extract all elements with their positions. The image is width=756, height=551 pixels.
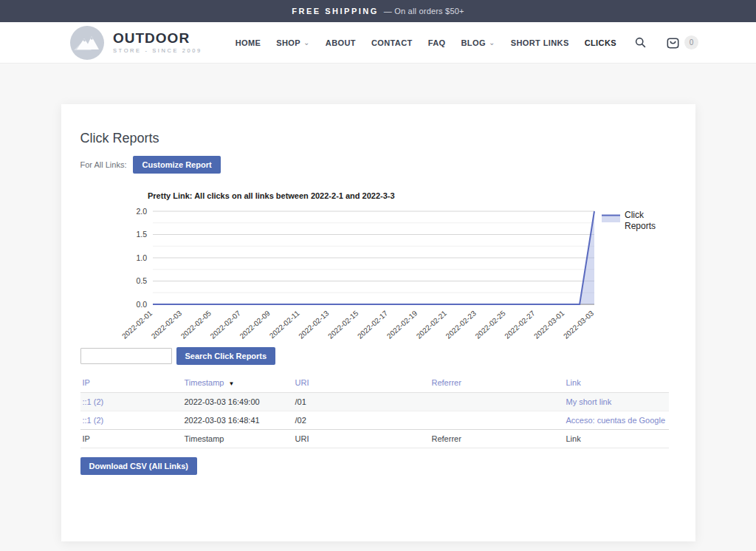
cell-timestamp: 2022-03-03 16:48:41: [182, 411, 293, 429]
sort-header-referrer[interactable]: Referrer: [432, 378, 461, 387]
cell-referrer: [430, 411, 564, 429]
footer-col-timestamp: Timestamp: [182, 429, 293, 448]
brand-name: OUTDOOR: [113, 31, 202, 46]
svg-text:2022-02-01: 2022-02-01: [120, 309, 154, 340]
svg-text:1.0: 1.0: [136, 253, 147, 262]
svg-text:2022-02-23: 2022-02-23: [444, 309, 478, 340]
svg-text:2022-02-07: 2022-02-07: [208, 309, 242, 340]
cell-timestamp: 2022-03-03 16:49:00: [182, 392, 293, 411]
clicks-chart-svg: Pretty Link: All clicks on all links bet…: [80, 188, 664, 347]
chart-title: Pretty Link: All clicks on all links bet…: [148, 191, 395, 200]
svg-text:2.0: 2.0: [136, 207, 147, 216]
chevron-down-icon: ⌄: [303, 41, 310, 45]
nav-item-home[interactable]: HOME: [236, 38, 261, 47]
svg-text:2022-03-01: 2022-03-01: [532, 309, 566, 340]
search-click-reports-button[interactable]: Search Click Reports: [176, 347, 276, 365]
nav-item-shop[interactable]: SHOP⌄: [276, 38, 310, 47]
search-button[interactable]: [634, 36, 647, 49]
page-title: Click Reports: [80, 131, 676, 146]
svg-text:2022-03-03: 2022-03-03: [561, 309, 595, 340]
site-logo[interactable]: OUTDOOR STORE - SINCE 2009: [70, 26, 202, 60]
cell-uri: /02: [293, 411, 430, 429]
cell-ip[interactable]: ::1 (2): [83, 397, 104, 406]
sort-header-link[interactable]: Link: [566, 378, 581, 387]
brand-tagline: STORE - SINCE 2009: [113, 47, 202, 54]
table-footer-row: IPTimestampURIReferrerLink: [80, 429, 669, 448]
sort-header-ip[interactable]: IP: [83, 378, 90, 387]
announcement-highlight: FREE SHIPPING: [292, 7, 378, 16]
svg-text:2022-02-25: 2022-02-25: [473, 309, 507, 340]
svg-text:2022-02-15: 2022-02-15: [326, 309, 360, 340]
chart-legend-label: Click: [625, 210, 645, 220]
cell-link[interactable]: Acceso: cuentas de Google: [566, 416, 666, 425]
footer-col-link: Link: [564, 429, 669, 448]
svg-text:2022-02-11: 2022-02-11: [267, 309, 300, 340]
table-header-row: IPTimestamp▼URIReferrerLink: [80, 374, 669, 392]
nav-item-contact[interactable]: CONTACT: [371, 38, 413, 47]
clicks-table: IPTimestamp▼URIReferrerLink ::1 (2)2022-…: [80, 374, 669, 448]
search-icon: [634, 36, 647, 49]
main-nav: HOMESHOP⌄ABOUTCONTACTFAQBLOG⌄SHORT LINKS…: [236, 38, 616, 47]
page-background: Click Reports For All Links: Customize R…: [0, 104, 756, 551]
svg-text:2022-02-21: 2022-02-21: [414, 309, 448, 340]
announcement-text: — On all orders $50+: [384, 7, 464, 16]
cell-link[interactable]: My short link: [566, 397, 612, 406]
nav-item-clicks[interactable]: CLICKS: [585, 38, 616, 47]
chart-legend-label: Reports: [625, 221, 656, 231]
cart-button[interactable]: 0: [664, 34, 698, 51]
announcement-bar: FREE SHIPPING — On all orders $50+: [0, 0, 756, 22]
svg-text:0.0: 0.0: [136, 300, 147, 309]
cart-count-badge: 0: [684, 35, 698, 49]
svg-text:2022-02-05: 2022-02-05: [179, 309, 213, 340]
cell-referrer: [430, 392, 564, 411]
table-row: ::1 (2)2022-03-03 16:49:00/01My short li…: [80, 392, 669, 411]
table-row: ::1 (2)2022-03-03 16:48:41/02Acceso: cue…: [80, 411, 669, 429]
footer-col-ip: IP: [80, 429, 182, 448]
sort-header-uri[interactable]: URI: [295, 378, 309, 387]
download-csv-button[interactable]: Download CSV (All Links): [80, 457, 197, 475]
cell-uri: /01: [293, 392, 430, 411]
footer-col-uri: URI: [293, 429, 430, 448]
sort-desc-icon: ▼: [229, 380, 235, 387]
chevron-down-icon: ⌄: [489, 41, 495, 45]
site-header: OUTDOOR STORE - SINCE 2009 HOMESHOP⌄ABOU…: [0, 22, 756, 64]
table-body: ::1 (2)2022-03-03 16:49:00/01My short li…: [80, 392, 669, 429]
clicks-chart: Pretty Link: All clicks on all links bet…: [80, 188, 664, 347]
svg-text:2022-02-13: 2022-02-13: [297, 309, 331, 340]
nav-item-blog[interactable]: BLOG⌄: [461, 38, 495, 47]
nav-item-faq[interactable]: FAQ: [428, 38, 446, 47]
svg-text:1.5: 1.5: [136, 230, 147, 239]
for-all-links-label: For All Links:: [80, 160, 127, 169]
nav-item-short-links[interactable]: SHORT LINKS: [511, 38, 569, 47]
customize-report-button[interactable]: Customize Report: [133, 156, 220, 174]
svg-text:2022-02-19: 2022-02-19: [385, 309, 419, 340]
cart-icon: [664, 34, 681, 51]
svg-text:2022-02-17: 2022-02-17: [355, 309, 389, 340]
cell-ip[interactable]: ::1 (2): [83, 416, 104, 425]
svg-text:2022-02-03: 2022-02-03: [149, 309, 183, 340]
svg-text:2022-02-09: 2022-02-09: [238, 309, 272, 340]
sort-header-timestamp[interactable]: Timestamp: [185, 378, 224, 387]
search-input[interactable]: [80, 348, 172, 364]
footer-col-referrer: Referrer: [430, 429, 564, 448]
svg-text:2022-02-27: 2022-02-27: [503, 309, 537, 340]
svg-text:0.5: 0.5: [136, 276, 147, 285]
click-reports-card: Click Reports For All Links: Customize R…: [61, 104, 695, 541]
mountain-logo-icon: [70, 26, 104, 60]
nav-item-about[interactable]: ABOUT: [326, 38, 356, 47]
